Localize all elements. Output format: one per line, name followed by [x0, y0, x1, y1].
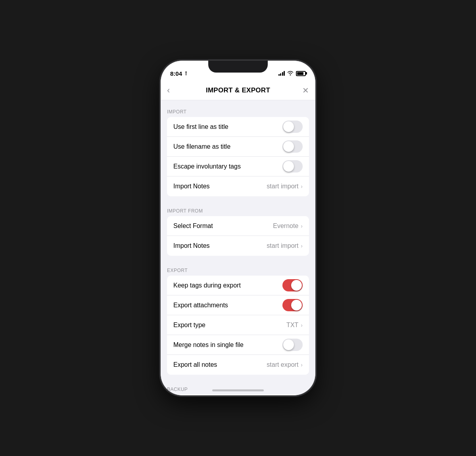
chevron-select-format: ›	[301, 223, 303, 229]
toggle-thumb	[283, 141, 294, 152]
value-import-notes-1: start import	[267, 183, 298, 190]
label-import-notes-1: Import Notes	[173, 183, 210, 190]
row-use-filename[interactable]: Use filename as title	[167, 137, 309, 157]
row-right-merge-notes	[282, 339, 303, 351]
row-backup-all-notes[interactable]: Backup all notes›	[167, 395, 309, 395]
toggle-thumb	[283, 121, 294, 132]
nav-bar: ‹ IMPORT & EXPORT ✕	[161, 80, 315, 100]
back-button[interactable]: ‹	[167, 86, 170, 95]
value-export-type: TXT	[286, 322, 298, 329]
row-export-type[interactable]: Export typeTXT›	[167, 315, 309, 335]
label-escape-tags: Escape involuntary tags	[173, 163, 241, 170]
time-label: 8:04	[170, 70, 182, 77]
notch	[208, 61, 268, 73]
toggle-thumb	[291, 280, 302, 291]
row-right-use-filename	[282, 140, 303, 153]
section-header-export: EXPORT	[161, 259, 315, 276]
signal-bars-icon	[278, 71, 285, 76]
row-right-use-first-line	[282, 121, 303, 133]
home-indicator	[212, 389, 264, 391]
label-export-type: Export type	[173, 322, 205, 329]
close-button[interactable]: ✕	[302, 86, 309, 94]
toggle-export-attachments[interactable]	[282, 299, 303, 311]
section-header-backup: BACKUP	[161, 378, 315, 395]
row-keep-tags[interactable]: Keep tags during export	[167, 276, 309, 295]
battery-icon	[296, 71, 306, 76]
label-use-filename: Use filename as title	[173, 143, 230, 150]
toggle-thumb	[291, 300, 302, 310]
toggle-keep-tags[interactable]	[282, 279, 303, 291]
label-import-notes-2: Import Notes	[173, 242, 210, 249]
chevron-import-notes-2: ›	[301, 243, 303, 249]
settings-group-export: Keep tags during exportExport attachment…	[167, 276, 309, 375]
chevron-export-all-notes: ›	[301, 362, 303, 368]
battery-fill	[297, 72, 303, 75]
status-time: 8:04	[170, 70, 188, 77]
row-right-export-all-notes: start export›	[267, 361, 303, 368]
chevron-export-type: ›	[301, 322, 303, 328]
row-right-import-notes-2: start import›	[267, 242, 303, 249]
row-escape-tags[interactable]: Escape involuntary tags	[167, 157, 309, 176]
row-right-escape-tags	[282, 160, 303, 172]
label-export-all-notes: Export all notes	[173, 361, 217, 368]
settings-group-backup: Backup all notes›Restore Backup›	[167, 395, 309, 395]
label-export-attachments: Export attachments	[173, 302, 228, 309]
section-header-import-from: IMPORT FROM	[161, 199, 315, 216]
toggle-merge-notes[interactable]	[282, 339, 303, 351]
toggle-use-filename[interactable]	[282, 140, 303, 153]
toggle-thumb	[283, 161, 294, 172]
row-export-attachments[interactable]: Export attachments	[167, 295, 309, 315]
row-export-all-notes[interactable]: Export all notesstart export›	[167, 355, 309, 375]
row-import-notes-1[interactable]: Import Notesstart import›	[167, 176, 309, 196]
toggle-escape-tags[interactable]	[282, 160, 303, 172]
row-right-export-type: TXT›	[286, 322, 303, 329]
screen: 8:04	[161, 61, 315, 395]
value-select-format: Evernote	[273, 222, 298, 230]
status-icons	[278, 71, 306, 77]
row-use-first-line[interactable]: Use first line as title	[167, 117, 309, 137]
toggle-use-first-line[interactable]	[282, 121, 303, 133]
row-select-format[interactable]: Select FormatEvernote›	[167, 216, 309, 236]
row-right-keep-tags	[282, 279, 303, 291]
settings-group-import: Use first line as titleUse filename as t…	[167, 117, 309, 196]
content-area: IMPORTUse first line as titleUse filenam…	[161, 100, 315, 395]
section-header-import: IMPORT	[161, 100, 315, 117]
label-use-first-line: Use first line as title	[173, 123, 228, 130]
value-export-all-notes: start export	[267, 361, 298, 368]
label-merge-notes: Merge notes in single file	[173, 341, 244, 349]
row-right-import-notes-1: start import›	[267, 183, 303, 190]
row-import-notes-2[interactable]: Import Notesstart import›	[167, 236, 309, 256]
toggle-thumb	[283, 339, 294, 350]
label-keep-tags: Keep tags during export	[173, 282, 241, 289]
row-right-select-format: Evernote›	[273, 222, 303, 230]
chevron-import-notes-1: ›	[301, 183, 303, 190]
phone-shell: 8:04	[161, 61, 315, 395]
wifi-icon	[287, 71, 294, 77]
row-right-export-attachments	[282, 299, 303, 311]
value-import-notes-2: start import	[267, 242, 298, 249]
settings-group-import-from: Select FormatEvernote›Import Notesstart …	[167, 216, 309, 256]
page-title: IMPORT & EXPORT	[206, 86, 270, 94]
label-select-format: Select Format	[173, 222, 213, 230]
row-merge-notes[interactable]: Merge notes in single file	[167, 335, 309, 355]
